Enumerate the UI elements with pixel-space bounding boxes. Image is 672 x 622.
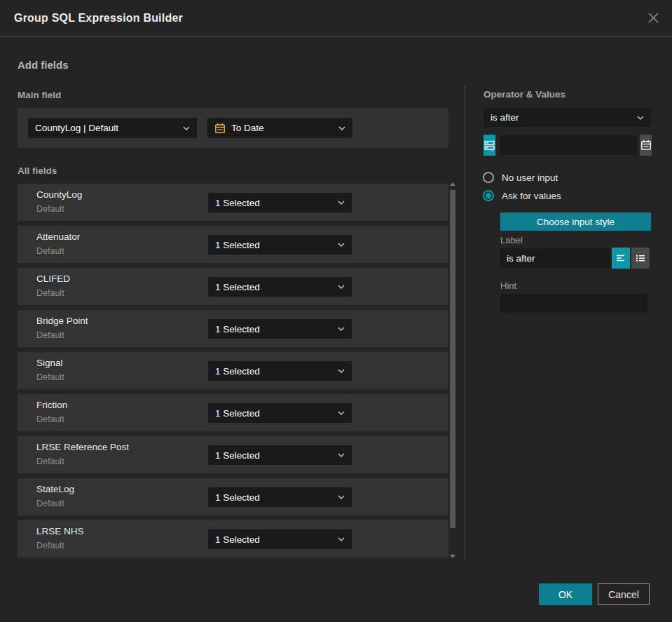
field-name: Attenuator: [36, 231, 80, 242]
label-field-label: Label: [500, 235, 523, 245]
chevron-down-icon: [338, 369, 345, 373]
field-selected-dropdown[interactable]: 1 Selected: [208, 403, 352, 423]
radio-ask-for-values-label: Ask for values: [502, 191, 561, 201]
field-name: CountyLog: [36, 189, 82, 200]
add-fields-heading: Add fields: [18, 59, 69, 71]
chevron-down-icon: [338, 126, 345, 130]
main-field-heading: Main field: [18, 90, 61, 100]
field-subtitle: Default: [36, 414, 64, 424]
field-selected-dropdown[interactable]: 1 Selected: [208, 235, 352, 255]
field-selected-dropdown[interactable]: 1 Selected: [208, 193, 352, 212]
chevron-down-icon: [338, 411, 345, 415]
field-name: Bridge Point: [36, 316, 88, 326]
chevron-down-icon: [338, 285, 345, 289]
field-subtitle: Default: [36, 246, 64, 256]
radio-no-user-input-label: No user input: [502, 173, 558, 183]
operator-values-heading: Operator & Values: [484, 89, 565, 100]
radio-ask-for-values[interactable]: Ask for values: [483, 190, 561, 201]
group-sql-expression-builder-dialog: Group SQL Expression Builder Add fields …: [0, 0, 672, 622]
operator-select-value: is after: [491, 112, 631, 123]
field-selected-value: 1 Selected: [215, 198, 332, 208]
field-row: CLIFED Default 1 Selected: [18, 268, 448, 305]
chevron-down-icon: [338, 537, 345, 541]
value-input[interactable]: [500, 135, 637, 155]
close-button[interactable]: [645, 11, 661, 26]
dialog-titlebar: Group SQL Expression Builder: [0, 0, 672, 36]
field-row: CountyLog Default 1 Selected: [18, 184, 448, 221]
close-icon: [647, 12, 659, 24]
field-selected-dropdown[interactable]: 1 Selected: [208, 277, 352, 297]
field-selected-dropdown[interactable]: 1 Selected: [208, 529, 352, 549]
ok-button[interactable]: OK: [539, 583, 592, 605]
field-row: LRSE NHS Default 1 Selected: [18, 520, 448, 557]
field-selected-dropdown[interactable]: 1 Selected: [208, 319, 352, 339]
field-selected-dropdown[interactable]: 1 Selected: [208, 487, 352, 507]
field-selected-dropdown[interactable]: 1 Selected: [208, 361, 352, 381]
field-row: Friction Default 1 Selected: [18, 394, 448, 431]
calendar-icon: [640, 140, 652, 151]
bulleted-list-icon: [635, 252, 646, 264]
field-name: Signal: [36, 358, 63, 368]
field-selected-value: 1 Selected: [215, 450, 332, 461]
radio-circle-icon: [483, 172, 494, 183]
field-selected-value: 1 Selected: [215, 324, 332, 334]
field-row: Bridge Point Default 1 Selected: [18, 310, 448, 347]
cancel-button[interactable]: Cancel: [598, 583, 650, 605]
field-subtitle: Default: [36, 499, 64, 508]
field-selected-value: 1 Selected: [215, 492, 332, 503]
field-row: LRSE Reference Post Default 1 Selected: [18, 436, 448, 473]
field-name: Friction: [36, 400, 67, 410]
hint-field-label: Hint: [500, 280, 516, 291]
list-style-button[interactable]: [631, 248, 650, 269]
value-input-row: [484, 135, 652, 156]
field-row: Attenuator Default 1 Selected: [18, 226, 448, 263]
field-subtitle: Default: [36, 288, 64, 298]
label-input[interactable]: [500, 248, 610, 268]
hint-input[interactable]: [500, 294, 647, 313]
scrollbar-up-arrow-icon[interactable]: [450, 182, 455, 186]
field-selected-dropdown[interactable]: 1 Selected: [208, 445, 352, 465]
date-picker-button[interactable]: [640, 135, 652, 156]
scrollbar-thumb[interactable]: [450, 190, 455, 528]
field-subtitle: Default: [36, 372, 64, 382]
field-row: Signal Default 1 Selected: [18, 352, 448, 389]
field-name: StateLog: [36, 484, 74, 494]
single-line-style-button[interactable]: [612, 248, 630, 269]
radio-circle-selected-icon: [483, 190, 494, 201]
radio-no-user-input[interactable]: No user input: [483, 172, 558, 183]
chevron-down-icon: [338, 201, 345, 205]
scrollbar-down-arrow-icon[interactable]: [450, 555, 455, 558]
field-selected-value: 1 Selected: [215, 534, 332, 545]
chevron-down-icon: [338, 495, 345, 499]
calendar-icon: [214, 123, 226, 134]
operator-select[interactable]: is after: [484, 108, 651, 127]
all-fields-list: CountyLog Default 1 Selected Attenuator …: [18, 184, 448, 562]
chevron-down-icon: [183, 126, 190, 130]
field-name: CLIFED: [36, 273, 70, 284]
panel-divider: [465, 86, 465, 561]
main-date-select[interactable]: To Date: [207, 118, 352, 138]
chevron-down-icon: [338, 243, 345, 247]
field-row: StateLog Default 1 Selected: [18, 478, 448, 515]
field-subtitle: Default: [36, 541, 64, 550]
main-field-select[interactable]: CountyLog | Default: [28, 118, 197, 138]
main-field-box: CountyLog | Default To Date: [18, 108, 448, 148]
stacked-values-icon: [484, 140, 495, 151]
field-selected-value: 1 Selected: [215, 282, 332, 292]
field-subtitle: Default: [36, 330, 64, 340]
unique-values-button[interactable]: [484, 135, 495, 156]
field-subtitle: Default: [36, 204, 64, 214]
choose-input-style-button[interactable]: Choose input style: [500, 212, 651, 231]
field-name: LRSE NHS: [36, 526, 84, 536]
main-field-select-value: CountyLog | Default: [35, 123, 177, 133]
main-date-select-value: To Date: [231, 123, 333, 133]
chevron-down-icon: [338, 453, 345, 457]
field-selected-value: 1 Selected: [215, 408, 332, 419]
dialog-title: Group SQL Expression Builder: [14, 12, 645, 25]
field-name: LRSE Reference Post: [36, 442, 129, 452]
chevron-down-icon: [637, 116, 644, 120]
field-selected-value: 1 Selected: [215, 240, 332, 250]
field-subtitle: Default: [36, 457, 64, 466]
chevron-down-icon: [338, 327, 345, 331]
all-fields-heading: All fields: [18, 165, 57, 176]
